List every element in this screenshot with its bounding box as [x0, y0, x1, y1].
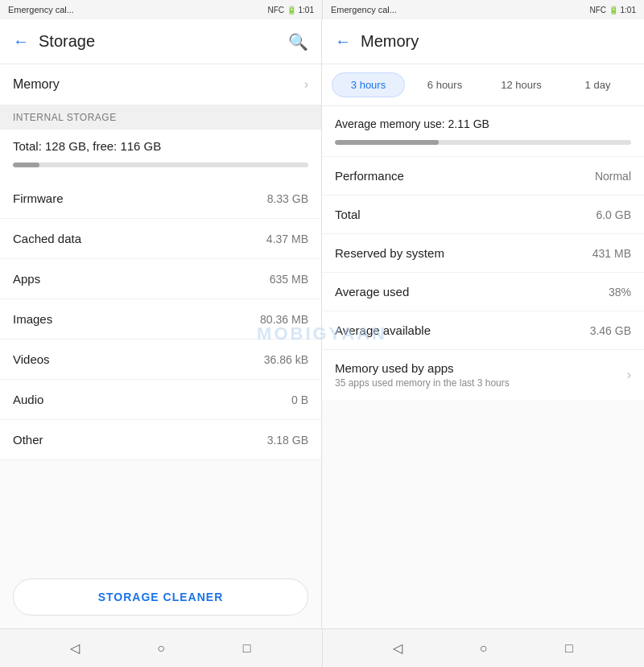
storage-item-images: Images 80.36 MB	[0, 299, 321, 340]
status-app-name-left: Emergency cal...	[8, 5, 267, 14]
storage-cleaner-button[interactable]: STORAGE CLEANER	[13, 578, 308, 616]
storage-item-value-apps: 635 MB	[270, 273, 308, 286]
avg-memory-text: Average memory use: 2.11 GB	[322, 106, 644, 137]
memory-apps-subtitle: 35 apps used memory in the last 3 hours	[335, 377, 627, 389]
stat-value-total: 6.0 GB	[596, 208, 631, 221]
tab-6hours[interactable]: 6 hours	[408, 72, 481, 97]
nav-home-left[interactable]: ○	[151, 639, 171, 658]
status-bar: Emergency cal... NFC 🔋 1:01 Emergency ca…	[0, 0, 644, 19]
tab-12hours[interactable]: 12 hours	[485, 72, 558, 97]
storage-item-cached: Cached data 4.37 MB	[0, 219, 321, 259]
search-icon[interactable]: 🔍	[288, 32, 308, 51]
status-icons-right: NFC 🔋 1:01	[589, 6, 636, 14]
storage-title: Storage	[39, 32, 288, 51]
memory-row-arrow-icon: ›	[304, 77, 308, 92]
storage-item-firmware: Firmware 8.33 GB	[0, 179, 321, 219]
nav-home-right[interactable]: ○	[473, 639, 493, 658]
nav-back-right[interactable]: ◁	[388, 639, 407, 658]
storage-item-label-firmware: Firmware	[13, 191, 267, 205]
stat-label-total: Total	[335, 208, 596, 221]
storage-item-label-apps: Apps	[13, 272, 270, 286]
status-app-name-right: Emergency cal...	[331, 5, 589, 14]
memory-title: Memory	[361, 32, 631, 51]
storage-item-label-cached: Cached data	[13, 232, 266, 245]
stat-label-reserved: Reserved by system	[335, 246, 592, 260]
stat-value-reserved: 431 MB	[592, 247, 631, 260]
storage-item-value-images: 80.36 MB	[260, 313, 308, 326]
storage-cleaner-section: STORAGE CLEANER	[0, 566, 321, 628]
memory-content: 3 hours 6 hours 12 hours 1 day Average m…	[322, 64, 644, 628]
bottom-nav-left: ◁ ○ □	[0, 628, 322, 667]
memory-header: ← Memory	[322, 19, 644, 64]
memory-progress-bar	[335, 140, 631, 145]
storage-item-value-videos: 36.86 kB	[264, 353, 308, 366]
memory-progress-container	[322, 137, 644, 156]
memory-apps-text: Memory used by apps 35 apps used memory …	[335, 361, 627, 389]
tab-3hours[interactable]: 3 hours	[332, 72, 405, 97]
internal-storage-header: INTERNAL STORAGE	[0, 105, 321, 130]
memory-stat-reserved: Reserved by system 431 MB	[322, 233, 644, 272]
memory-panel: ← Memory 3 hours 6 hours 12 hours 1 day …	[322, 19, 644, 628]
memory-apps-title: Memory used by apps	[335, 361, 627, 375]
storage-item-apps: Apps 635 MB	[0, 259, 321, 299]
storage-progress-container	[0, 158, 321, 179]
nav-back-left[interactable]: ◁	[65, 639, 85, 658]
storage-item-label-other: Other	[13, 433, 267, 447]
time-tabs: 3 hours 6 hours 12 hours 1 day	[322, 64, 644, 106]
bottom-nav: ◁ ○ □ ◁ ○ □	[0, 628, 644, 667]
storage-item-other: Other 3.18 GB	[0, 420, 321, 460]
stat-value-performance: Normal	[595, 170, 631, 183]
storage-item-label-audio: Audio	[13, 393, 291, 406]
storage-item-label-videos: Videos	[13, 352, 264, 366]
memory-apps-row[interactable]: Memory used by apps 35 apps used memory …	[322, 349, 644, 400]
storage-progress-bar	[13, 163, 308, 167]
nav-recents-left[interactable]: □	[237, 639, 257, 658]
status-icons-left: NFC 🔋 1:01	[267, 6, 314, 14]
memory-stat-avg-available: Average available 3.46 GB	[322, 311, 644, 349]
memory-stat-total: Total 6.0 GB	[322, 195, 644, 233]
storage-item-videos: Videos 36.86 kB	[0, 340, 321, 380]
storage-progress-fill	[13, 163, 39, 167]
tab-1day[interactable]: 1 day	[561, 72, 634, 97]
memory-apps-arrow-icon: ›	[627, 368, 631, 382]
stat-value-avg-available: 3.46 GB	[590, 324, 631, 337]
storage-item-label-images: Images	[13, 312, 260, 326]
nav-recents-right[interactable]: □	[559, 639, 579, 658]
storage-item-value-audio: 0 B	[291, 393, 308, 406]
storage-content: Memory › INTERNAL STORAGE Total: 128 GB,…	[0, 64, 321, 566]
stat-label-avg-used: Average used	[335, 285, 609, 299]
memory-nav-row[interactable]: Memory ›	[0, 64, 321, 105]
stat-label-avg-available: Average available	[335, 323, 590, 337]
storage-panel: ← Storage 🔍 Memory › INTERNAL STORAGE To…	[0, 19, 322, 628]
storage-header: ← Storage 🔍	[0, 19, 321, 64]
storage-item-value-cached: 4.37 MB	[266, 233, 308, 245]
status-bar-right: Emergency cal... NFC 🔋 1:01	[322, 0, 644, 19]
bottom-nav-right: ◁ ○ □	[322, 628, 644, 667]
storage-item-value-firmware: 8.33 GB	[267, 192, 308, 205]
stat-value-avg-used: 38%	[609, 286, 631, 299]
memory-stat-avg-used: Average used 38%	[322, 272, 644, 311]
memory-row-label: Memory	[13, 77, 304, 92]
storage-total-info: Total: 128 GB, free: 116 GB	[0, 130, 321, 158]
storage-item-audio: Audio 0 B	[0, 380, 321, 420]
stat-label-performance: Performance	[335, 169, 595, 183]
status-bar-left: Emergency cal... NFC 🔋 1:01	[0, 0, 322, 19]
memory-back-button[interactable]: ←	[335, 32, 351, 51]
main-panels: ← Storage 🔍 Memory › INTERNAL STORAGE To…	[0, 19, 644, 628]
memory-progress-fill	[335, 140, 439, 145]
storage-back-button[interactable]: ←	[13, 32, 29, 51]
storage-item-value-other: 3.18 GB	[267, 434, 308, 447]
memory-stat-performance: Performance Normal	[322, 156, 644, 195]
